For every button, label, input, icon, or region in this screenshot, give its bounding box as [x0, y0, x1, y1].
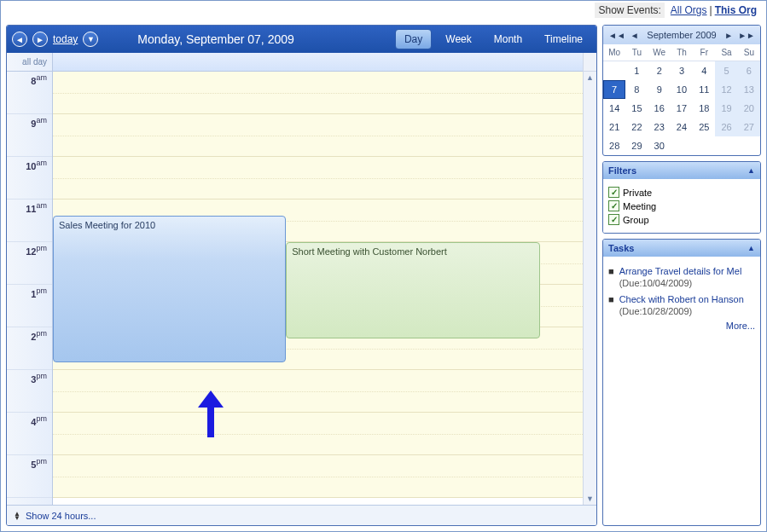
mini-calendar: ◄◄ ◄ September 2009 ► ►► MoTuWeThFrSaSu1…	[602, 25, 761, 156]
calendar-event[interactable]: Sales Meeting for 2010	[53, 216, 286, 362]
filter-row: ✓Meeting	[608, 200, 755, 211]
collapse-icon[interactable]: ▲	[747, 244, 755, 252]
minical-day[interactable]: 17	[671, 99, 693, 118]
minical-day[interactable]: 21	[603, 118, 625, 136]
filter-label: Group	[623, 215, 649, 225]
minical-day[interactable]: 13	[738, 80, 760, 99]
view-tab-week[interactable]: Week	[437, 30, 479, 49]
view-tab-day[interactable]: Day	[395, 29, 432, 49]
checkbox[interactable]: ✓	[608, 187, 619, 198]
minical-day[interactable]: 3	[671, 61, 693, 80]
time-gutter: all day 8am9am10am11am12pm1pm2pm3pm4pm5p…	[7, 53, 53, 505]
prev-day-button[interactable]: ◄	[12, 32, 27, 47]
time-label: 9am	[7, 114, 52, 157]
time-label: 4pm	[7, 413, 52, 455]
time-label: 2pm	[7, 327, 52, 370]
time-slot[interactable]	[53, 370, 583, 413]
show-events-label: Show Events:	[595, 3, 664, 18]
minical-next-year-icon[interactable]: ►►	[736, 31, 757, 40]
time-label: 12pm	[7, 242, 52, 285]
tasks-panel-header[interactable]: Tasks ▲	[603, 240, 760, 257]
time-label: 1pm	[7, 285, 52, 327]
scroll-up-icon[interactable]: ▲	[584, 72, 596, 84]
filters-panel: Filters ▲ ✓Private✓Meeting✓Group	[602, 161, 761, 234]
task-due: (Due:10/28/2009)	[619, 306, 693, 316]
minical-day[interactable]: 14	[603, 99, 625, 118]
allday-label: all day	[7, 53, 52, 72]
top-filter-bar: Show Events: All Orgs | This Org	[1, 1, 766, 20]
minical-day[interactable]: 18	[693, 99, 715, 118]
minical-dow: Fr	[693, 44, 715, 61]
filter-row: ✓Private	[608, 187, 755, 198]
minical-day[interactable]: 26	[715, 118, 737, 136]
minical-day[interactable]: 20	[738, 99, 760, 118]
minical-day[interactable]: 10	[671, 80, 693, 99]
scroll-down-icon[interactable]: ▼	[584, 493, 596, 505]
side-panel: ◄◄ ◄ September 2009 ► ►► MoTuWeThFrSaSu1…	[602, 25, 761, 526]
tasks-panel: Tasks ▲ ■Arrange Travel details for Mel …	[602, 239, 761, 526]
minical-day[interactable]: 19	[715, 99, 737, 118]
minical-dow: Tu	[625, 44, 648, 61]
time-slot[interactable]	[53, 413, 583, 455]
time-label: 8am	[7, 72, 52, 114]
time-slot[interactable]	[53, 114, 583, 157]
minical-day[interactable]: 8	[625, 80, 648, 99]
all-orgs-link[interactable]: All Orgs	[671, 4, 707, 16]
filters-panel-title: Filters	[608, 165, 636, 176]
minical-day[interactable]: 4	[693, 61, 715, 80]
task-text: Arrange Travel details for Mel	[619, 266, 742, 276]
minical-next-month-icon[interactable]: ►	[723, 31, 735, 40]
collapse-icon[interactable]: ▲	[747, 166, 755, 175]
minical-day[interactable]: 24	[671, 118, 693, 136]
minical-day[interactable]: 11	[693, 80, 715, 99]
time-slot[interactable]	[53, 455, 583, 498]
task-item[interactable]: ■Check with Robert on Hanson (Due:10/28/…	[608, 293, 755, 318]
this-org-link[interactable]: This Org	[715, 4, 757, 16]
calendar-event[interactable]: Short Meeting with Customer Norbert	[286, 242, 540, 338]
minical-month-label[interactable]: September 2009	[647, 30, 716, 40]
minical-day[interactable]: 9	[648, 80, 671, 99]
minical-day[interactable]: 27	[738, 118, 760, 136]
minical-day[interactable]: 1	[625, 61, 648, 80]
minical-day	[603, 61, 625, 80]
minical-day[interactable]: 7	[603, 80, 625, 99]
minical-dow: We	[648, 44, 671, 61]
minical-day[interactable]: 5	[715, 61, 737, 80]
more-tasks-link[interactable]: More...	[608, 321, 755, 331]
task-item[interactable]: ■Arrange Travel details for Mel (Due:10/…	[608, 265, 755, 290]
time-slot[interactable]	[53, 157, 583, 200]
minical-day[interactable]: 2	[648, 61, 671, 80]
day-grid[interactable]: Sales Meeting for 2010Short Meeting with…	[53, 53, 583, 505]
minical-day[interactable]: 15	[625, 99, 648, 118]
view-tab-timeline[interactable]: Timeline	[536, 30, 591, 49]
time-label: 11am	[7, 200, 52, 242]
today-link[interactable]: today	[53, 33, 78, 45]
minical-prev-month-icon[interactable]: ◄	[629, 31, 641, 40]
checkbox[interactable]: ✓	[608, 214, 619, 225]
expand-icon[interactable]: ▲▼	[14, 512, 20, 520]
checkbox[interactable]: ✓	[608, 200, 619, 211]
date-picker-dropdown[interactable]: ▼	[83, 32, 98, 47]
filter-label: Meeting	[623, 201, 656, 211]
minical-day[interactable]: 28	[603, 136, 625, 155]
filters-panel-header[interactable]: Filters ▲	[603, 162, 760, 179]
minical-day[interactable]: 16	[648, 99, 671, 118]
event-title: Short Meeting with Customer Norbert	[292, 246, 534, 257]
current-date-label: Monday, September 07, 2009	[137, 32, 293, 46]
filter-row: ✓Group	[608, 214, 755, 225]
allday-row[interactable]	[53, 53, 583, 72]
view-tab-month[interactable]: Month	[485, 30, 531, 49]
minical-day[interactable]: 23	[648, 118, 671, 136]
minical-day[interactable]: 22	[625, 118, 648, 136]
show-24-hours-link[interactable]: Show 24 hours...	[26, 511, 96, 521]
minical-day[interactable]: 30	[648, 136, 671, 155]
minical-prev-year-icon[interactable]: ◄◄	[607, 31, 627, 40]
time-slot[interactable]	[53, 72, 583, 114]
next-day-button[interactable]: ►	[32, 32, 48, 47]
vertical-scrollbar[interactable]: ▲ ▼	[583, 53, 596, 505]
minical-dow: Th	[671, 44, 693, 61]
minical-day[interactable]: 29	[625, 136, 648, 155]
minical-day[interactable]: 12	[715, 80, 737, 99]
minical-day[interactable]: 6	[738, 61, 760, 80]
minical-day[interactable]: 25	[693, 118, 715, 136]
